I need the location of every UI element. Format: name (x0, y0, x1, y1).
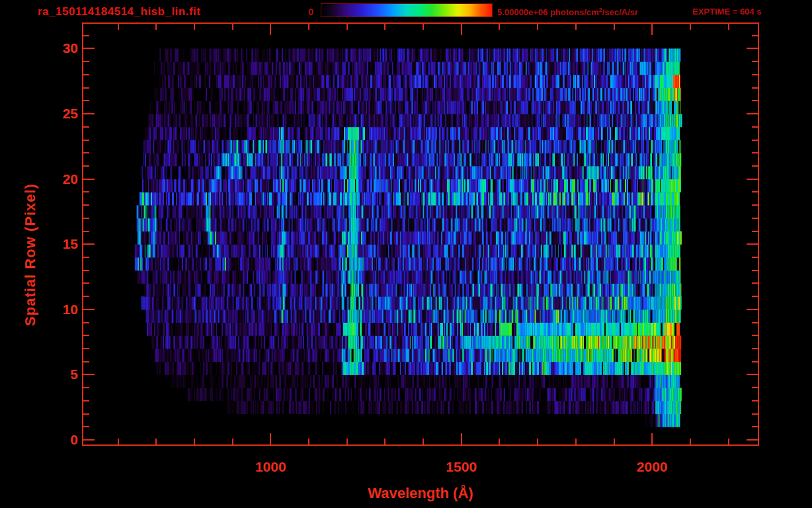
colorbar-max-label: 5.00000e+06 photons/cm2/sec/A/sr (497, 7, 638, 17)
colorbar-units-tail: /sec/A/sr (602, 7, 638, 17)
x-axis-title: Wavelength (Å) (368, 485, 473, 502)
plot-frame (82, 22, 759, 446)
y-tick-label: 20 (38, 171, 78, 187)
y-tick-label: 30 (38, 40, 78, 56)
file-name: ra_150114184514_hisb_lin.fit (38, 5, 201, 19)
y-axis-title: Spatial Row (Pixel) (22, 183, 39, 326)
spectrogram-viewer: ra_150114184514_hisb_lin.fit 0 5.00000e+… (0, 0, 812, 508)
x-tick-label: 1000 (241, 459, 300, 475)
y-tick-label: 5 (38, 366, 78, 382)
x-tick-label: 1500 (432, 459, 491, 475)
colorbar-min-label: 0 (303, 7, 313, 17)
y-tick-label: 0 (38, 432, 78, 448)
y-tick-label: 10 (38, 302, 78, 318)
y-tick-label: 15 (38, 236, 78, 252)
colorbar-max-value: 5.00000e+06 photons/cm (497, 7, 599, 17)
colorbar-gradient (321, 3, 493, 17)
x-tick-label: 2000 (622, 459, 682, 475)
exposure-time-label: EXPTIME = 604 s (692, 7, 761, 17)
y-tick-label: 25 (38, 106, 78, 122)
